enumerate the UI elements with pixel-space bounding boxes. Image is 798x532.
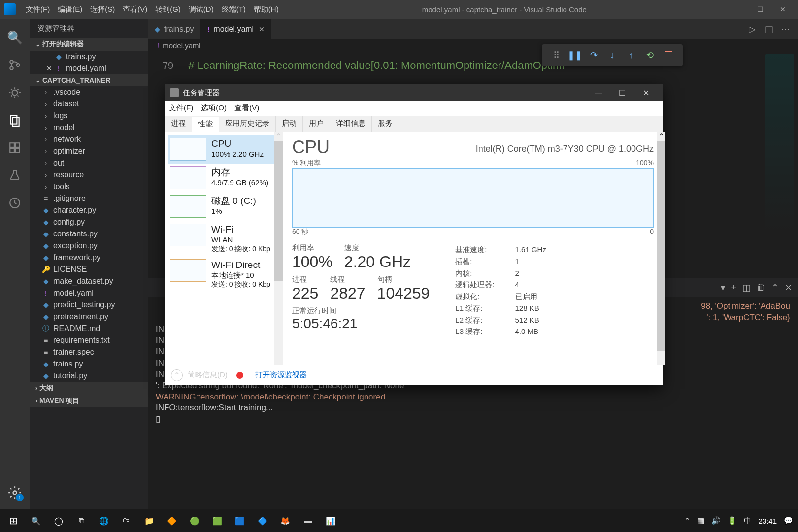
pause-icon[interactable]: ❚❚ <box>567 48 582 63</box>
taskmgr-tab-services[interactable]: 服务 <box>372 116 399 132</box>
tray-app-icon[interactable]: ▦ <box>698 516 704 525</box>
terminal-dropdown[interactable]: ▾ <box>721 282 725 293</box>
file-item[interactable]: ◆trains.py <box>30 358 148 370</box>
menu-terminal[interactable]: 终端(T) <box>218 3 250 16</box>
taskbar-app-edge[interactable]: 🌐 <box>93 516 115 526</box>
taskmgr-close-button[interactable]: ✕ <box>634 88 658 98</box>
folder-item[interactable]: ›logs <box>30 110 148 122</box>
taskbar-app-chrome[interactable]: 🟢 <box>183 516 206 526</box>
section-open-editors[interactable]: ⌄打开的编辑器 <box>30 38 148 51</box>
step-out-icon[interactable]: ↑ <box>624 48 638 63</box>
file-item[interactable]: ≡requirements.txt <box>30 334 148 346</box>
taskbar-app-taskmgr[interactable]: 📊 <box>319 516 342 526</box>
extensions-icon[interactable] <box>7 140 23 156</box>
close-panel-icon[interactable]: ✕ <box>785 282 792 293</box>
folder-item[interactable]: ›out <box>30 157 148 169</box>
tray-volume-icon[interactable]: 🔊 <box>711 516 721 525</box>
run-icon[interactable]: ▷ <box>744 24 761 34</box>
drag-handle-icon[interactable]: ⠿ <box>549 48 564 63</box>
cortana-icon[interactable]: ◯ <box>47 516 70 526</box>
taskmgr-tab-details[interactable]: 详细信息 <box>330 116 372 132</box>
file-item[interactable]: ◆config.py <box>30 216 148 228</box>
tray-ime[interactable]: 中 <box>744 516 751 526</box>
menu-help[interactable]: 帮助(H) <box>250 3 283 16</box>
folder-item[interactable]: ›dataset <box>30 98 148 110</box>
taskbar-app-firefox[interactable]: 🦊 <box>274 516 297 526</box>
perf-left-item[interactable]: Wi-Fi Direct本地连接* 10发送: 0 接收: 0 Kbp <box>168 256 280 292</box>
restart-icon[interactable]: ⟲ <box>642 48 657 63</box>
menu-debug[interactable]: 调试(D) <box>185 3 218 16</box>
new-terminal-icon[interactable]: + <box>731 282 736 293</box>
taskbar-app[interactable]: 🟩 <box>206 516 229 526</box>
taskmgr-tab-startup[interactable]: 启动 <box>276 116 303 132</box>
scrollbar[interactable]: ⌃ <box>657 132 665 365</box>
open-resource-monitor-link[interactable]: 打开资源监视器 <box>255 370 307 380</box>
file-item[interactable]: ◆framework.py <box>30 252 148 264</box>
tab-trains[interactable]: ◆trains.py <box>148 19 200 39</box>
more-icon[interactable]: ⋯ <box>777 24 794 34</box>
taskmgr-tab-history[interactable]: 应用历史记录 <box>219 116 276 132</box>
minimap[interactable] <box>765 54 794 232</box>
window-minimize-button[interactable]: — <box>726 2 749 17</box>
folder-item[interactable]: ›resource <box>30 169 148 181</box>
file-item[interactable]: ◆pretreatment.py <box>30 311 148 323</box>
file-item[interactable]: 🔑LICENSE <box>30 264 148 275</box>
taskmgr-tab-users[interactable]: 用户 <box>303 116 330 132</box>
taskmgr-tab-performance[interactable]: 性能 <box>192 117 219 132</box>
debug-icon[interactable] <box>7 85 23 100</box>
explorer-icon[interactable] <box>7 112 23 128</box>
collapse-icon[interactable]: ⌃ <box>171 369 183 381</box>
debug-toolbar[interactable]: ⠿ ❚❚ ↷ ↓ ↑ ⟲ <box>542 44 683 66</box>
section-maven[interactable]: ›MAVEN 项目 <box>30 395 148 407</box>
folder-item[interactable]: ›optimizer <box>30 145 148 157</box>
taskbar-app-terminal[interactable]: ▬ <box>297 516 319 525</box>
file-item[interactable]: ≡trainer.spec <box>30 346 148 358</box>
task-manager-window[interactable]: 任务管理器 — ☐ ✕ 文件(F) 选项(O) 查看(V) 进程 性能 应用历史… <box>165 84 663 385</box>
open-editor-item[interactable]: ✕!model.yaml <box>30 63 148 74</box>
chevron-up-icon[interactable]: ⌃ <box>771 282 779 293</box>
step-into-icon[interactable]: ↓ <box>605 48 620 63</box>
task-view-icon[interactable]: ⧉ <box>70 516 93 525</box>
file-item[interactable]: ◆predict_testing.py <box>30 299 148 311</box>
file-item[interactable]: ◆exception.py <box>30 240 148 252</box>
taskbar-app-vscode[interactable]: 🔷 <box>251 516 274 526</box>
close-icon[interactable]: ✕ <box>259 25 265 33</box>
taskbar-app-explorer[interactable]: 📁 <box>138 516 161 526</box>
taskmgr-minimize-button[interactable]: — <box>587 88 610 98</box>
file-item[interactable]: !model.yaml <box>30 287 148 299</box>
file-item[interactable]: ◆make_dataset.py <box>30 275 148 287</box>
split-editor-icon[interactable]: ◫ <box>761 24 777 34</box>
folder-item[interactable]: ›tools <box>30 181 148 193</box>
menu-file[interactable]: 文件(F) <box>22 3 54 16</box>
search-icon[interactable]: 🔍 <box>25 516 47 526</box>
stop-icon[interactable] <box>661 48 676 63</box>
folder-item[interactable]: ›network <box>30 133 148 145</box>
folder-item[interactable]: ›.vscode <box>30 86 148 98</box>
taskmgr-menu-options[interactable]: 选项(O) <box>201 103 227 112</box>
source-control-icon[interactable] <box>7 57 23 73</box>
search-icon[interactable]: 🔍 <box>7 30 23 45</box>
folder-item[interactable]: ›model <box>30 122 148 133</box>
footer-brief-info[interactable]: 简略信息(D) <box>188 370 228 380</box>
taskbar-app[interactable]: 🟦 <box>229 516 251 526</box>
file-item[interactable]: ◆constants.py <box>30 228 148 240</box>
test-icon[interactable] <box>7 167 23 183</box>
taskbar-app[interactable]: 🔶 <box>161 516 183 526</box>
open-editor-item[interactable]: ◆trains.py <box>30 51 148 63</box>
taskmgr-tab-processes[interactable]: 进程 <box>165 116 192 132</box>
step-over-icon[interactable]: ↷ <box>586 48 601 63</box>
close-icon[interactable]: ✕ <box>46 65 54 72</box>
file-item[interactable]: ◆character.py <box>30 204 148 216</box>
perf-left-item[interactable]: CPU100% 2.20 GHz <box>168 135 280 164</box>
tray-chevron-icon[interactable]: ⌃ <box>684 516 691 525</box>
perf-left-item[interactable]: 磁盘 0 (C:)1% <box>168 192 280 221</box>
split-terminal-icon[interactable]: ◫ <box>742 282 751 293</box>
tray-clock[interactable]: 23:41 <box>758 517 777 525</box>
tab-model-yaml[interactable]: !model.yaml✕ <box>200 19 271 39</box>
perf-left-item[interactable]: Wi-FiWLAN发送: 0 接收: 0 Kbp <box>168 221 280 256</box>
scrollbar[interactable]: ⌃ <box>274 132 283 365</box>
taskmgr-menu-view[interactable]: 查看(V) <box>234 103 259 112</box>
window-maximize-button[interactable]: ☐ <box>749 2 771 17</box>
taskbar-app-store[interactable]: 🛍 <box>115 516 138 525</box>
window-close-button[interactable]: ✕ <box>771 2 794 17</box>
